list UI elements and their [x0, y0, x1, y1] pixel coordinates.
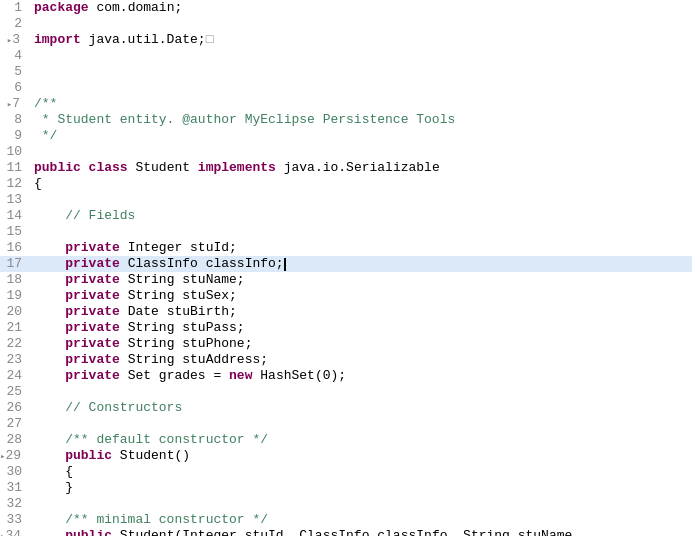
code-line: 11public class Student implements java.i…: [0, 160, 692, 176]
line-number: 18: [0, 272, 30, 288]
code-line: 33 /** minimal constructor */: [0, 512, 692, 528]
code-line: 25: [0, 384, 692, 400]
line-content: private String stuPass;: [30, 320, 692, 336]
line-content: {: [30, 176, 692, 192]
code-line: 8 * Student entity. @author MyEclipse Pe…: [0, 112, 692, 128]
code-line: 31 }: [0, 480, 692, 496]
code-line: 2: [0, 16, 692, 32]
code-line: 10: [0, 144, 692, 160]
code-line: 14 // Fields: [0, 208, 692, 224]
line-content: /** minimal constructor */: [30, 512, 692, 528]
code-line: 22 private String stuPhone;: [0, 336, 692, 352]
code-line: 24 private Set grades = new HashSet(0);: [0, 368, 692, 384]
code-line: ▸3import java.util.Date;□: [0, 32, 692, 48]
code-line: 6: [0, 80, 692, 96]
line-number: ▸34: [0, 528, 30, 537]
code-line: 13: [0, 192, 692, 208]
line-number: 6: [0, 80, 30, 96]
line-content: * Student entity. @author MyEclipse Pers…: [30, 112, 692, 128]
line-number: 23: [0, 352, 30, 368]
line-content: private String stuPhone;: [30, 336, 692, 352]
line-number: 27: [0, 416, 30, 432]
line-number: 16: [0, 240, 30, 256]
line-number: 25: [0, 384, 30, 400]
code-line: 30 {: [0, 464, 692, 480]
code-line: 17 private ClassInfo classInfo;: [0, 256, 692, 272]
code-line: 16 private Integer stuId;: [0, 240, 692, 256]
code-line: 32: [0, 496, 692, 512]
line-content: private Integer stuId;: [30, 240, 692, 256]
line-number: 26: [0, 400, 30, 416]
code-line: 20 private Date stuBirth;: [0, 304, 692, 320]
code-line: 1package com.domain;: [0, 0, 692, 16]
line-number: 5: [0, 64, 30, 80]
code-line: 26 // Constructors: [0, 400, 692, 416]
line-number: 8: [0, 112, 30, 128]
line-number: 20: [0, 304, 30, 320]
line-content: public class Student implements java.io.…: [30, 160, 692, 176]
line-content: // Fields: [30, 208, 692, 224]
line-content: private Date stuBirth;: [30, 304, 692, 320]
line-number: 4: [0, 48, 30, 64]
line-number: 21: [0, 320, 30, 336]
line-content: /**: [30, 96, 692, 112]
line-content: private String stuAddress;: [30, 352, 692, 368]
line-number: 10: [0, 144, 30, 160]
line-content: package com.domain;: [30, 0, 692, 16]
line-content: import java.util.Date;□: [30, 32, 692, 48]
line-content: */: [30, 128, 692, 144]
line-number: 15: [0, 224, 30, 240]
line-content: private ClassInfo classInfo;: [30, 256, 692, 272]
code-line: 19 private String stuSex;: [0, 288, 692, 304]
line-content: private String stuSex;: [30, 288, 692, 304]
line-number: ▸29: [0, 448, 30, 465]
line-number: 30: [0, 464, 30, 480]
code-line: 5: [0, 64, 692, 80]
line-content: private String stuName;: [30, 272, 692, 288]
line-content: private Set grades = new HashSet(0);: [30, 368, 692, 384]
code-line: 23 private String stuAddress;: [0, 352, 692, 368]
code-line: 21 private String stuPass;: [0, 320, 692, 336]
line-content: public Student(Integer stuId, ClassInfo …: [30, 528, 692, 536]
code-line: ▸34 public Student(Integer stuId, ClassI…: [0, 528, 692, 536]
line-number: 2: [0, 16, 30, 32]
line-number: ▸3: [0, 32, 30, 49]
code-line: ▸29 public Student(): [0, 448, 692, 464]
code-line: 15: [0, 224, 692, 240]
code-line: 12{: [0, 176, 692, 192]
line-number: 12: [0, 176, 30, 192]
line-number: 1: [0, 0, 30, 16]
line-content: }: [30, 480, 692, 496]
line-number: 32: [0, 496, 30, 512]
line-number: 28: [0, 432, 30, 448]
line-content: /** default constructor */: [30, 432, 692, 448]
code-line: ▸7/**: [0, 96, 692, 112]
line-number: 11: [0, 160, 30, 176]
code-line: 9 */: [0, 128, 692, 144]
line-content: public Student(): [30, 448, 692, 464]
line-number: 24: [0, 368, 30, 384]
line-number: 22: [0, 336, 30, 352]
line-number: 31: [0, 480, 30, 496]
line-number: 13: [0, 192, 30, 208]
line-content: // Constructors: [30, 400, 692, 416]
line-number: 14: [0, 208, 30, 224]
line-content: {: [30, 464, 692, 480]
code-editor[interactable]: 1package com.domain;2▸3import java.util.…: [0, 0, 692, 536]
line-number: 19: [0, 288, 30, 304]
line-number: 17: [0, 256, 30, 272]
line-number: 9: [0, 128, 30, 144]
code-line: 4: [0, 48, 692, 64]
code-line: 27: [0, 416, 692, 432]
line-number: ▸7: [0, 96, 30, 113]
line-number: 33: [0, 512, 30, 528]
code-line: 18 private String stuName;: [0, 272, 692, 288]
code-line: 28 /** default constructor */: [0, 432, 692, 448]
